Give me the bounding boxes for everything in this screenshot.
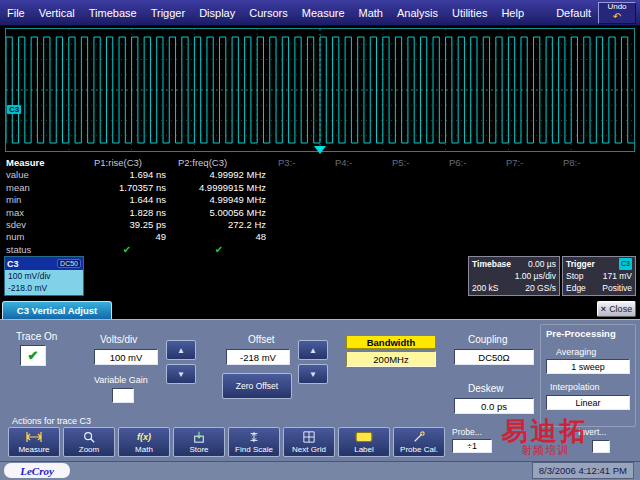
volts-div-down-button[interactable]: ▼ (166, 364, 196, 384)
measure-value (333, 169, 390, 181)
tab-c3-vertical-adjust[interactable]: C3 Vertical Adjust (2, 301, 112, 319)
check-icon: ✔ (28, 348, 39, 363)
action-button-label: Label (354, 445, 374, 454)
measure-value (390, 182, 447, 194)
menu-item-file[interactable]: File (0, 0, 32, 25)
next-grid-icon (300, 431, 318, 444)
actions-label: Actions for trace C3 (12, 416, 91, 426)
math-button[interactable]: f(x)Math (118, 427, 170, 457)
measure-value: 1.694 ns (92, 169, 176, 181)
trace-on-label: Trace On (16, 331, 57, 342)
menu-item-help[interactable]: Help (494, 0, 531, 25)
menu-item-timebase[interactable]: Timebase (82, 0, 144, 25)
averaging-value[interactable]: 1 sweep (546, 359, 630, 374)
label-button[interactable]: Label (338, 427, 390, 457)
timebase-descriptor[interactable]: Timebase 0.00 µs 1.00 µs/div 200 kS 20 G… (468, 256, 560, 296)
volts-div-label: Volts/div (100, 334, 137, 345)
fx-icon: f(x) (137, 431, 151, 444)
measure-row-label: max (6, 207, 92, 219)
measure-value (276, 219, 333, 231)
trigger-mode: Stop (566, 270, 584, 282)
measure-row-label: status (6, 244, 92, 256)
menu-item-measure[interactable]: Measure (295, 0, 352, 25)
measure-column-header[interactable]: P4:- (333, 157, 390, 169)
trigger-descriptor[interactable]: Trigger C3 Stop 171 mV Edge Positive (562, 256, 636, 296)
measure-value: 48 (176, 231, 276, 243)
coupling-value[interactable]: DC50Ω (454, 349, 534, 365)
measure-value: ✔ (92, 244, 176, 256)
measure-column-header[interactable]: P6:- (447, 157, 504, 169)
channel-grid-label[interactable]: C3 (7, 105, 21, 114)
interpolation-value[interactable]: Linear (546, 395, 630, 410)
menu-item-analysis[interactable]: Analysis (390, 0, 445, 25)
trace-on-checkbox[interactable]: ✔ (20, 345, 46, 366)
offset-value[interactable]: -218 mV (226, 349, 290, 365)
measure-value (333, 194, 390, 206)
menu-item-trigger[interactable]: Trigger (144, 0, 192, 25)
offset-up-button[interactable]: ▲ (298, 340, 328, 360)
measure-value (333, 244, 390, 256)
waveform-display[interactable] (5, 28, 635, 152)
trigger-time-marker-icon[interactable] (314, 146, 326, 154)
probe-cal-button[interactable]: Probe Cal. (393, 427, 445, 457)
measure-value (561, 169, 618, 181)
up-arrow-icon: ▲ (177, 346, 185, 355)
channel-descriptor[interactable]: C3 DC50 100 mV/div -218.0 mV (4, 256, 84, 296)
default-label[interactable]: Default (556, 7, 591, 19)
measure-column-header[interactable]: P7:- (504, 157, 561, 169)
measure-value (504, 182, 561, 194)
close-button[interactable]: × Close (597, 301, 636, 317)
menu-item-math[interactable]: Math (352, 0, 390, 25)
timebase-samples: 200 kS (472, 282, 498, 294)
measure-value: 5.00056 MHz (176, 207, 276, 219)
measure-column-header[interactable]: P8:- (561, 157, 618, 169)
volts-div-value[interactable]: 100 mV (94, 349, 158, 365)
interpolation-label: Interpolation (550, 382, 600, 392)
measure-column-header[interactable]: P2:freq(C3) (176, 157, 276, 169)
measure-value (276, 231, 333, 243)
probe-attenuation-value[interactable]: ÷1 (452, 439, 492, 453)
measure-value (504, 219, 561, 231)
variable-gain-checkbox[interactable] (112, 388, 134, 403)
menu-item-cursors[interactable]: Cursors (242, 0, 295, 25)
measure-column-header[interactable]: P5:- (390, 157, 447, 169)
channel-name: C3 (7, 259, 19, 269)
action-button-label: Measure (18, 445, 49, 454)
measure-value: 272.2 Hz (176, 219, 276, 231)
measure-value (276, 169, 333, 181)
measure-row-label: num (6, 231, 92, 243)
bandwidth-value[interactable]: 200MHz (346, 351, 436, 367)
store-button[interactable]: Store (173, 427, 225, 457)
next-grid-button[interactable]: Next Grid (283, 427, 335, 457)
measure-column-header[interactable]: P3:- (276, 157, 333, 169)
channel-descriptor-header: C3 DC50 (5, 257, 83, 270)
undo-button[interactable]: Undo ↶ (598, 2, 636, 24)
offset-down-button[interactable]: ▼ (298, 364, 328, 384)
find-scale-button[interactable]: Find Scale (228, 427, 280, 457)
measure-column-header[interactable]: P1:rise(C3) (92, 157, 176, 169)
volts-div-up-button[interactable]: ▲ (166, 340, 196, 360)
invert-checkbox[interactable] (592, 440, 610, 453)
trigger-type: Edge (566, 282, 586, 294)
measure-button[interactable]: Measure (8, 427, 60, 457)
measure-value (561, 194, 618, 206)
menu-item-display[interactable]: Display (192, 0, 242, 25)
measure-value (561, 182, 618, 194)
menu-item-vertical[interactable]: Vertical (32, 0, 82, 25)
zero-offset-button[interactable]: Zero Offset (222, 373, 292, 399)
measure-value (447, 244, 504, 256)
measure-value (561, 219, 618, 231)
action-button-label: Find Scale (235, 445, 273, 454)
deskew-label: Deskew (468, 383, 504, 394)
bandwidth-label: Bandwidth (346, 335, 436, 349)
timebase-rate: 20 GS/s (525, 282, 556, 294)
zoom-button[interactable]: Zoom (63, 427, 115, 457)
menu-item-utilities[interactable]: Utilities (445, 0, 494, 25)
measure-value (447, 169, 504, 181)
measure-value (333, 207, 390, 219)
deskew-value[interactable]: 0.0 ps (454, 398, 534, 414)
close-icon: × (601, 305, 606, 314)
magnifier-icon (80, 431, 98, 444)
measure-row-label: value (6, 169, 92, 181)
channel-offset-value: -218.0 mV (5, 282, 83, 294)
